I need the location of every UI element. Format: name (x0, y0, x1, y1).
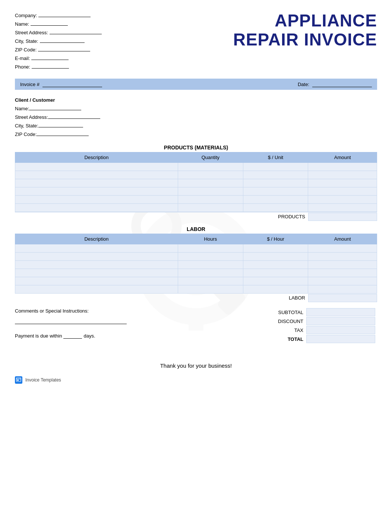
table-row[interactable] (15, 179, 377, 187)
products-col-amount: Amount (308, 152, 377, 163)
products-subtotal-box[interactable] (308, 213, 377, 221)
invoice-number-label: Invoice # (20, 82, 39, 87)
table-row[interactable] (15, 196, 377, 204)
labor-desc-cell[interactable] (15, 285, 178, 294)
product-qty-cell[interactable] (178, 187, 243, 196)
client-name-label: Name: (15, 106, 29, 111)
product-amt-cell[interactable] (308, 171, 377, 179)
labor-rate-cell[interactable] (243, 285, 308, 294)
product-unit-cell[interactable] (243, 179, 308, 187)
title-line1: APPLIANCE (233, 11, 377, 30)
product-desc-cell[interactable] (15, 196, 178, 204)
client-city-field[interactable] (38, 121, 83, 127)
labor-hours-cell[interactable] (178, 253, 243, 261)
product-amt-cell[interactable] (308, 163, 377, 171)
labor-hours-cell[interactable] (178, 277, 243, 285)
product-amt-cell[interactable] (308, 179, 377, 187)
labor-hours-cell[interactable] (178, 285, 243, 294)
labor-desc-cell[interactable] (15, 261, 178, 269)
labor-col-amount: Amount (308, 234, 377, 244)
street-field[interactable] (50, 28, 102, 34)
labor-hours-cell[interactable] (178, 244, 243, 253)
labor-subtotal-box[interactable] (308, 294, 377, 302)
product-desc-cell[interactable] (15, 163, 178, 171)
labor-desc-cell[interactable] (15, 277, 178, 285)
table-row[interactable] (15, 244, 377, 253)
discount-box[interactable] (306, 317, 375, 325)
phone-row: Phone: (15, 63, 233, 70)
table-row[interactable] (15, 269, 377, 277)
product-unit-cell[interactable] (243, 204, 308, 212)
product-desc-cell[interactable] (15, 179, 178, 187)
labor-desc-cell[interactable] (15, 269, 178, 277)
labor-amt-cell[interactable] (308, 253, 377, 261)
product-desc-cell[interactable] (15, 204, 178, 212)
client-name-field[interactable] (29, 104, 81, 110)
invoice-number-field[interactable] (42, 81, 102, 87)
client-street-field[interactable] (48, 113, 100, 119)
labor-rate-cell[interactable] (243, 277, 308, 285)
client-city-row: City, State: (15, 121, 377, 129)
labor-rate-cell[interactable] (243, 261, 308, 269)
tax-box[interactable] (306, 326, 375, 334)
labor-amt-cell[interactable] (308, 269, 377, 277)
labor-col-hour-rate: $ / Hour (243, 234, 308, 244)
labor-amt-cell[interactable] (308, 277, 377, 285)
table-row[interactable] (15, 253, 377, 261)
client-title: Client / Customer (15, 97, 377, 103)
tax-row: TAX (258, 326, 377, 334)
product-amt-cell[interactable] (308, 196, 377, 204)
table-row[interactable] (15, 171, 377, 179)
bottom-section: Comments or Special Instructions: Paymen… (15, 308, 377, 344)
product-unit-cell[interactable] (243, 187, 308, 196)
date-field[interactable] (312, 81, 372, 87)
thank-you: Thank you for your business! (15, 362, 377, 369)
comments-section: Comments or Special Instructions: Paymen… (15, 308, 243, 339)
phone-field[interactable] (32, 63, 69, 69)
name-field[interactable] (31, 20, 68, 26)
payment-prefix: Payment is due within (15, 333, 62, 339)
labor-amt-cell[interactable] (308, 244, 377, 253)
client-name-row: Name: (15, 104, 377, 111)
client-zip-field[interactable] (37, 130, 89, 136)
product-unit-cell[interactable] (243, 171, 308, 179)
product-desc-cell[interactable] (15, 187, 178, 196)
labor-rate-cell[interactable] (243, 269, 308, 277)
product-qty-cell[interactable] (178, 163, 243, 171)
header: Company: Name: Street Address: City, Sta… (15, 11, 377, 71)
table-row[interactable] (15, 204, 377, 212)
products-col-quantity: Quantity (178, 152, 243, 163)
total-box[interactable] (306, 335, 375, 343)
labor-rate-cell[interactable] (243, 253, 308, 261)
product-amt-cell[interactable] (308, 204, 377, 212)
labor-amt-cell[interactable] (308, 261, 377, 269)
labor-hours-cell[interactable] (178, 261, 243, 269)
comments-field[interactable] (15, 317, 127, 324)
email-row: E-mail: (15, 54, 233, 61)
company-field[interactable] (38, 11, 91, 17)
labor-desc-cell[interactable] (15, 244, 178, 253)
labor-desc-cell[interactable] (15, 253, 178, 261)
labor-amt-cell[interactable] (308, 285, 377, 294)
payment-days-field[interactable] (63, 333, 82, 339)
client-street-row: Street Address: (15, 113, 377, 120)
table-row[interactable] (15, 163, 377, 171)
table-row[interactable] (15, 285, 377, 294)
product-unit-cell[interactable] (243, 196, 308, 204)
table-row[interactable] (15, 277, 377, 285)
labor-hours-cell[interactable] (178, 269, 243, 277)
product-qty-cell[interactable] (178, 204, 243, 212)
product-qty-cell[interactable] (178, 171, 243, 179)
zip-field[interactable] (38, 45, 90, 51)
city-field[interactable] (40, 37, 85, 43)
product-qty-cell[interactable] (178, 196, 243, 204)
email-field[interactable] (31, 54, 69, 60)
product-qty-cell[interactable] (178, 179, 243, 187)
product-desc-cell[interactable] (15, 171, 178, 179)
subtotal-box[interactable] (306, 308, 375, 316)
product-unit-cell[interactable] (243, 163, 308, 171)
product-amt-cell[interactable] (308, 187, 377, 196)
table-row[interactable] (15, 187, 377, 196)
labor-rate-cell[interactable] (243, 244, 308, 253)
table-row[interactable] (15, 261, 377, 269)
